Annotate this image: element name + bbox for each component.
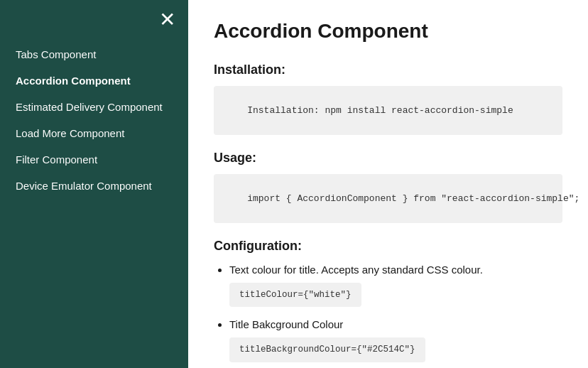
config-item-1: Title Bakcground Colour titleBackgroundC… — [229, 317, 562, 364]
sidebar: ✕ Tabs Component Accordion Component Est… — [0, 0, 188, 368]
config-item-1-text: Title Bakcground Colour — [229, 318, 343, 330]
usage-code-block: import { AccordionComponent } from "reac… — [214, 174, 562, 223]
configuration-list: Text colour for title. Accepts any stand… — [214, 262, 562, 368]
config-item-0-code: titleColour={"white"} — [229, 283, 361, 308]
installation-code: Installation: npm install react-accordio… — [247, 105, 513, 116]
usage-code: import { AccordionComponent } from "reac… — [247, 193, 579, 204]
page-title: Accordion Component — [214, 20, 562, 43]
close-icon[interactable]: ✕ — [159, 10, 175, 30]
sidebar-item-accordion[interactable]: Accordion Component — [0, 67, 188, 94]
sidebar-nav: Tabs Component Accordion Component Estim… — [0, 37, 188, 203]
configuration-heading: Configuration: — [214, 239, 562, 254]
config-item-0-text: Text colour for title. Accepts any stand… — [229, 264, 483, 276]
config-item-1-code: titleBackgroundColour={"#2C514C"} — [229, 337, 425, 362]
usage-heading: Usage: — [214, 151, 562, 166]
sidebar-item-load-more[interactable]: Load More Component — [0, 120, 188, 146]
sidebar-item-device-emulator[interactable]: Device Emulator Component — [0, 173, 188, 199]
main-content: Accordion Component Installation: Instal… — [188, 0, 588, 368]
installation-code-block: Installation: npm install react-accordio… — [214, 86, 562, 135]
sidebar-item-tabs[interactable]: Tabs Component — [0, 41, 188, 67]
configuration-section: Configuration: Text colour for title. Ac… — [214, 239, 562, 368]
sidebar-item-filter[interactable]: Filter Component — [0, 146, 188, 173]
sidebar-item-estimated-delivery[interactable]: Estimated Delivery Component — [0, 94, 188, 120]
config-item-0: Text colour for title. Accepts any stand… — [229, 262, 562, 310]
sidebar-close-area: ✕ — [0, 0, 188, 37]
installation-heading: Installation: — [214, 63, 562, 77]
